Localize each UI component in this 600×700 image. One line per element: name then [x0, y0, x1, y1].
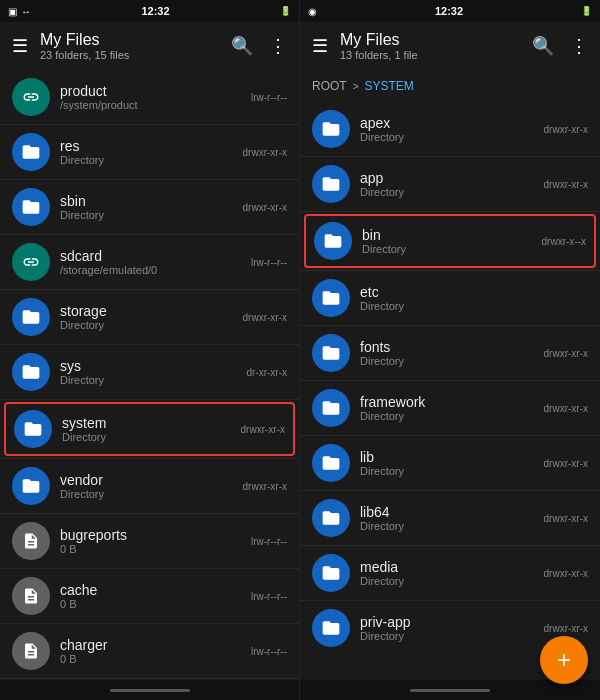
file-info: vendor Directory — [60, 472, 233, 500]
list-item[interactable]: sdcard /storage/emulated/0 lrw-r--r-- — [0, 235, 299, 289]
file-info: sys Directory — [60, 358, 236, 386]
list-item[interactable]: cache 0 B lrw-r--r-- — [0, 569, 299, 623]
file-icon — [12, 298, 50, 336]
left-more-icon[interactable]: ⋮ — [269, 35, 287, 57]
file-type: Directory — [360, 300, 578, 312]
file-name: system — [62, 415, 231, 431]
list-item[interactable]: bin Directory drwxr-x--x — [304, 214, 596, 268]
right-more-icon[interactable]: ⋮ — [570, 35, 588, 57]
list-item[interactable]: product /system/product lrw-r--r-- — [0, 70, 299, 124]
breadcrumb-root[interactable]: ROOT — [312, 79, 347, 93]
list-item[interactable]: framework Directory drwxr-xr-x — [300, 381, 600, 435]
right-panel-inner: ◉ 12:32 🔋 ☰ My Files 13 folders, 1 file … — [300, 0, 600, 700]
list-item[interactable]: lib Directory drwxr-xr-x — [300, 436, 600, 490]
file-name: storage — [60, 303, 233, 319]
file-perm: drwxr-xr-x — [544, 179, 588, 190]
file-perm: lrw-r--r-- — [251, 92, 287, 103]
breadcrumb-current[interactable]: SYSTEM — [365, 79, 414, 93]
file-type: Directory — [60, 319, 233, 331]
file-name: charger — [60, 637, 241, 653]
file-perm: drwxr-x--x — [542, 236, 586, 247]
file-icon — [12, 133, 50, 171]
file-type: Directory — [62, 431, 231, 443]
file-type: Directory — [360, 630, 534, 642]
file-info: fonts Directory — [360, 339, 534, 367]
file-perm: drwxr-xr-x — [544, 124, 588, 135]
file-info: lib64 Directory — [360, 504, 534, 532]
left-menu-icon[interactable]: ☰ — [12, 35, 28, 57]
list-item[interactable]: default_prop 0 B — [0, 679, 299, 680]
right-search-icon[interactable]: 🔍 — [532, 35, 554, 57]
list-item[interactable]: fonts Directory drwxr-xr-x — [300, 326, 600, 380]
file-info: priv-app Directory — [360, 614, 534, 642]
file-info: apex Directory — [360, 115, 534, 143]
left-nav-bar — [0, 680, 299, 700]
breadcrumb-chevron: > — [353, 81, 359, 92]
file-name: media — [360, 559, 534, 575]
status-icon-2: ↔ — [21, 6, 31, 17]
file-type: Directory — [360, 520, 534, 532]
file-perm: drwxr-xr-x — [243, 202, 287, 213]
file-type: Directory — [60, 374, 236, 386]
file-info: app Directory — [360, 170, 534, 198]
list-item[interactable]: res Directory drwxr-xr-x — [0, 125, 299, 179]
left-time: 12:32 — [141, 5, 169, 17]
file-name: bugreports — [60, 527, 241, 543]
file-name: sys — [60, 358, 236, 374]
file-name: lib64 — [360, 504, 534, 520]
file-name: sbin — [60, 193, 233, 209]
fab-button[interactable]: + — [540, 636, 588, 684]
file-type: Directory — [360, 410, 534, 422]
file-perm: drwxr-xr-x — [544, 348, 588, 359]
file-info: lib Directory — [360, 449, 534, 477]
right-nav-indicator — [410, 689, 490, 692]
file-icon — [12, 467, 50, 505]
list-item[interactable]: bugreports 0 B lrw-r--r-- — [0, 514, 299, 568]
file-type: Directory — [60, 488, 233, 500]
file-perm: drwxr-xr-x — [544, 403, 588, 414]
file-type: Directory — [360, 186, 534, 198]
file-icon — [12, 78, 50, 116]
left-search-icon[interactable]: 🔍 — [231, 35, 253, 57]
file-info: sbin Directory — [60, 193, 233, 221]
file-type: Directory — [360, 131, 534, 143]
file-icon — [312, 554, 350, 592]
right-title-area: My Files 13 folders, 1 file — [340, 31, 520, 61]
file-info: bin Directory — [362, 227, 532, 255]
file-name: product — [60, 83, 241, 99]
list-item[interactable]: etc Directory — [300, 271, 600, 325]
list-item[interactable]: media Directory drwxr-xr-x — [300, 546, 600, 600]
file-name: lib — [360, 449, 534, 465]
right-menu-icon[interactable]: ☰ — [312, 35, 328, 57]
file-type: Directory — [360, 355, 534, 367]
file-perm: lrw-r--r-- — [251, 591, 287, 602]
file-name: bin — [362, 227, 532, 243]
list-item[interactable]: app Directory drwxr-xr-x — [300, 157, 600, 211]
right-header-icons: 🔍 ⋮ — [532, 35, 588, 57]
file-type: Directory — [60, 209, 233, 221]
file-info: storage Directory — [60, 303, 233, 331]
list-item[interactable]: vendor Directory drwxr-xr-x — [0, 459, 299, 513]
file-perm: drwxr-xr-x — [243, 147, 287, 158]
file-name: sdcard — [60, 248, 241, 264]
left-app-header: ☰ My Files 23 folders, 15 files 🔍 ⋮ — [0, 22, 299, 70]
file-info: cache 0 B — [60, 582, 241, 610]
right-app-subtitle: 13 folders, 1 file — [340, 49, 520, 61]
left-title-area: My Files 23 folders, 15 files — [40, 31, 219, 61]
left-app-title: My Files — [40, 31, 219, 49]
file-perm: drwxr-xr-x — [243, 312, 287, 323]
file-name: etc — [360, 284, 578, 300]
list-item[interactable]: charger 0 B lrw-r--r-- — [0, 624, 299, 678]
file-perm: drwxr-xr-x — [544, 568, 588, 579]
list-item[interactable]: sbin Directory drwxr-xr-x — [0, 180, 299, 234]
list-item[interactable]: apex Directory drwxr-xr-x — [300, 102, 600, 156]
file-name: vendor — [60, 472, 233, 488]
list-item[interactable]: storage Directory drwxr-xr-x — [0, 290, 299, 344]
left-app-subtitle: 23 folders, 15 files — [40, 49, 219, 61]
list-item[interactable]: sys Directory dr-xr-xr-x — [0, 345, 299, 399]
list-item[interactable]: system Directory drwxr-xr-x — [4, 402, 295, 456]
file-perm: drwxr-xr-x — [544, 513, 588, 524]
file-info: system Directory — [62, 415, 231, 443]
file-icon — [12, 188, 50, 226]
list-item[interactable]: lib64 Directory drwxr-xr-x — [300, 491, 600, 545]
